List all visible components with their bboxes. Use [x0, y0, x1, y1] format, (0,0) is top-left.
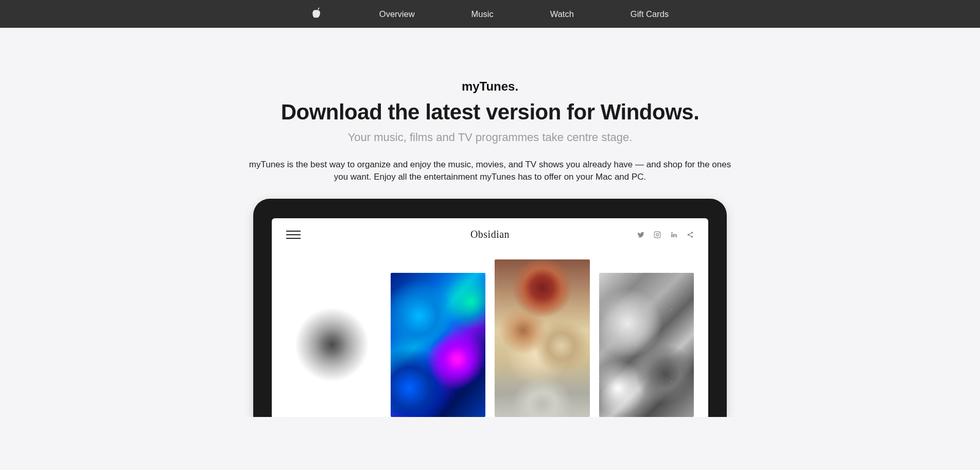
nav-overview[interactable]: Overview	[379, 9, 415, 19]
device-frame: Obsidian	[253, 199, 727, 417]
nav-gift-cards[interactable]: Gift Cards	[631, 9, 669, 19]
social-icons	[637, 231, 694, 238]
nav-music[interactable]: Music	[471, 9, 494, 19]
screen-header: Obsidian	[286, 231, 694, 239]
svg-point-4	[688, 234, 690, 236]
instagram-icon[interactable]	[654, 231, 661, 238]
hero-brand: myTunes.	[243, 79, 737, 94]
gallery-item-2[interactable]	[391, 273, 486, 417]
linkedin-icon[interactable]	[670, 231, 677, 238]
screen-title: Obsidian	[470, 229, 510, 240]
gallery-item-3[interactable]	[495, 259, 590, 417]
pear-logo-icon	[311, 7, 323, 21]
twitter-icon[interactable]	[637, 231, 644, 238]
svg-point-1	[656, 233, 659, 236]
svg-rect-0	[654, 232, 660, 238]
gallery	[286, 259, 694, 417]
hamburger-icon[interactable]	[286, 231, 301, 239]
gallery-item-1[interactable]	[286, 283, 381, 417]
svg-point-3	[691, 232, 693, 234]
share-icon[interactable]	[687, 231, 694, 238]
nav-watch[interactable]: Watch	[550, 9, 574, 19]
brand-logo[interactable]	[311, 7, 323, 21]
svg-point-2	[659, 233, 659, 233]
hero-headline: Download the latest version for Windows.	[243, 100, 737, 125]
device-screen: Obsidian	[272, 218, 708, 417]
hero-description: myTunes is the best way to organize and …	[248, 159, 732, 183]
svg-point-5	[691, 236, 693, 238]
top-navbar: Overview Music Watch Gift Cards	[0, 0, 980, 28]
hero-subhead: Your music, films and TV programmes take…	[243, 131, 737, 144]
hero-section: myTunes. Download the latest version for…	[233, 28, 747, 417]
gallery-item-4[interactable]	[599, 273, 694, 417]
